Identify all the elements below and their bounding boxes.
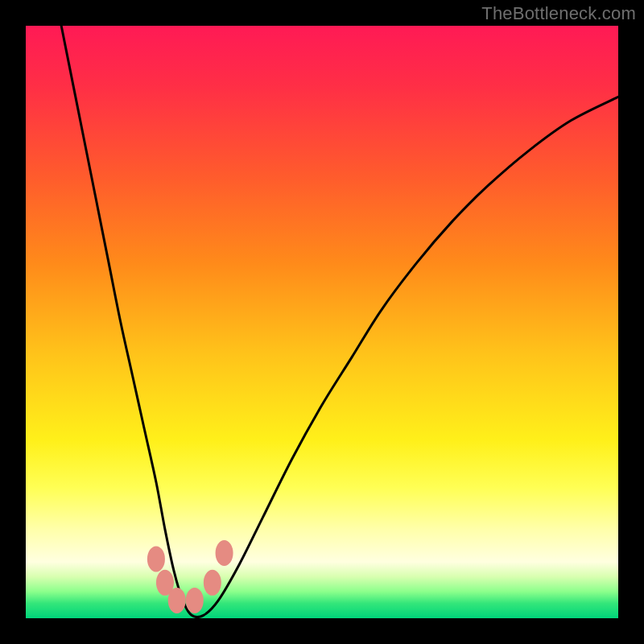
chart-svg: [26, 26, 618, 618]
curve-markers: [147, 540, 233, 613]
marker-m4: [186, 588, 204, 613]
outer-frame: TheBottleneck.com: [0, 0, 644, 644]
marker-m5: [204, 570, 221, 596]
marker-m6: [216, 540, 233, 566]
watermark-text: TheBottleneck.com: [481, 3, 636, 24]
marker-m3: [168, 588, 186, 613]
bottleneck-curve: [61, 26, 618, 617]
marker-m1: [147, 546, 165, 572]
plot-area: [26, 26, 618, 618]
